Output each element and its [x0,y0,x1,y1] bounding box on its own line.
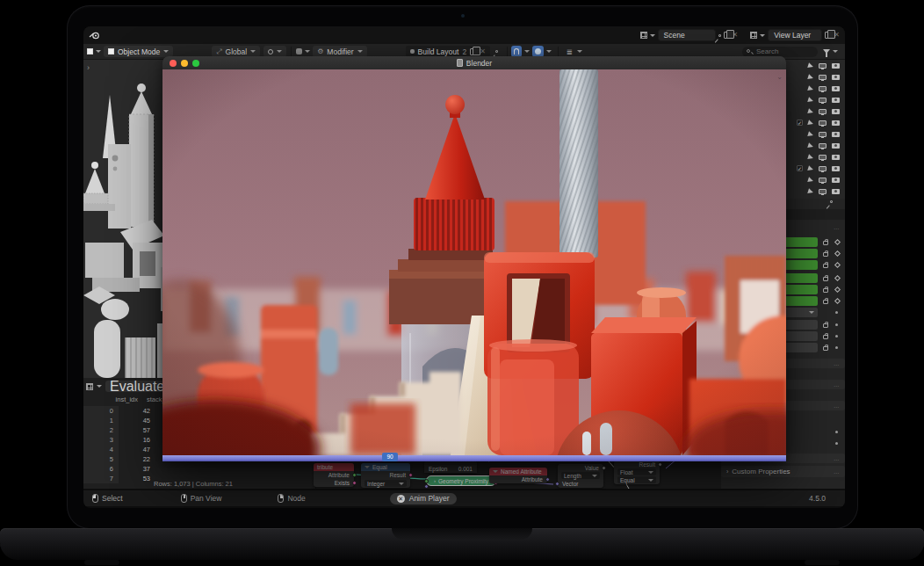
render-visibility-icon[interactable] [832,155,840,160]
collapse-icon[interactable] [365,466,370,468]
viewport-visibility-icon[interactable] [819,63,827,69]
viewport-visibility-icon[interactable] [819,178,827,183]
selectable-icon[interactable] [807,165,814,172]
render-visibility-icon[interactable] [832,63,840,69]
selectable-icon[interactable] [807,154,814,161]
workspace-tab[interactable] [254,33,270,38]
render-visibility-icon[interactable] [832,86,840,91]
animate-dot-icon[interactable] [835,335,838,337]
anim-player-window[interactable]: Blender [162,56,786,461]
image-corner-chevron-icon[interactable]: ⌄ [776,73,783,81]
animate-dot-icon[interactable] [835,442,838,445]
filter-funnel-icon[interactable] [823,49,830,54]
keyframe-diamond-icon[interactable] [834,275,841,281]
selectable-icon[interactable] [807,142,814,149]
workspace-tab[interactable] [238,33,254,38]
lock-icon[interactable] [823,241,828,245]
scene-name-field[interactable]: Scene [658,29,716,41]
workspace-tab[interactable] [191,33,206,38]
new-scene-icon[interactable] [724,32,730,39]
selectable-icon[interactable] [807,177,814,184]
render-visibility-icon[interactable] [832,166,840,171]
chevron-down-icon[interactable] [650,34,655,37]
checkbox-icon[interactable] [797,120,803,126]
lock-icon[interactable] [823,300,828,304]
lock-icon[interactable] [823,346,828,351]
copy-icon[interactable] [470,48,476,55]
render-visibility-icon[interactable] [832,98,840,103]
viewport-visibility-icon[interactable] [819,86,827,91]
chevron-down-icon[interactable] [760,34,765,37]
chevron-down-icon[interactable] [97,385,102,388]
selectable-icon[interactable] [807,108,814,115]
viewport-visibility-icon[interactable] [819,189,827,194]
node-epsilon-fragment[interactable]: Epsilon0.001 [424,461,477,473]
selectable-icon[interactable] [807,85,814,92]
zoom-traffic-light[interactable] [192,60,199,67]
node-geometry-proximity[interactable]: ›Geometry Proximity [426,475,496,486]
render-visibility-icon[interactable] [832,120,840,126]
selectable-icon[interactable] [807,188,814,195]
socket-value-out[interactable] [602,466,606,470]
render-visibility-icon[interactable] [832,132,840,137]
minimize-traffic-light[interactable] [181,60,188,67]
animate-dot-icon[interactable] [835,431,838,433]
pin-icon[interactable] [829,200,833,203]
node-attribute[interactable]: tribute Attribute Exists [314,463,354,487]
viewport-visibility-icon[interactable] [819,143,827,149]
animate-dot-icon[interactable] [835,323,838,326]
lock-icon[interactable] [823,323,828,328]
selectable-icon[interactable] [807,131,814,138]
chevron-down-icon[interactable] [833,50,838,53]
socket-vector-in[interactable] [555,482,559,486]
equal-mode-select[interactable]: Integer [365,480,407,487]
custom-properties-panel[interactable]: ›Custom Properties⋯ [721,466,845,477]
viewport-visibility-icon[interactable] [819,75,827,80]
selectable-icon[interactable] [807,62,814,69]
chevron-down-icon[interactable] [524,50,530,53]
workspace-tab[interactable] [270,33,285,38]
keyframe-diamond-icon[interactable] [834,250,841,257]
render-visibility-icon[interactable] [832,109,840,114]
anim-player-button[interactable]: ✕ Anim Player [390,493,457,504]
chevron-down-icon[interactable] [96,50,101,53]
lock-icon[interactable] [823,335,828,339]
render-visibility-icon[interactable] [832,189,840,194]
unlink-icon[interactable]: ✕ [480,48,486,55]
mode-dropdown[interactable]: Object Mode [104,46,173,57]
compare-type-select[interactable]: Float [617,468,656,475]
view-layer-field[interactable]: View Layer [768,29,822,41]
node-vector-length[interactable]: Value Length Vector [558,464,603,488]
keyframe-diamond-icon[interactable] [834,239,841,245]
workspace-tab[interactable] [206,33,222,38]
socket-result[interactable] [408,473,413,477]
lock-icon[interactable] [823,288,828,293]
node-named-attribute[interactable]: Named Attribute Attribute [489,468,547,483]
viewport-visibility-icon[interactable] [819,98,827,103]
workspace-tab[interactable] [285,33,301,38]
node-compare[interactable]: Result Float Equal [614,461,660,484]
lock-icon[interactable] [823,277,828,281]
socket-attribute[interactable] [352,473,357,477]
socket-geometry[interactable] [424,479,429,483]
workspace-tab[interactable] [301,33,317,38]
table-row[interactable]: 6 37 [83,464,316,474]
viewport-visibility-icon[interactable] [819,120,827,126]
column-header[interactable]: inst_idx [96,395,138,403]
selectable-icon[interactable] [807,97,814,104]
selectable-icon[interactable] [807,120,814,127]
collapse-icon[interactable] [493,470,498,473]
animate-dot-icon[interactable] [835,346,838,349]
keyframe-diamond-icon[interactable] [834,298,841,304]
blender-logo-icon[interactable] [89,29,101,45]
chevron-down-icon[interactable] [305,50,310,53]
filter-list-icon[interactable]: ≣ [562,47,577,56]
viewport-visibility-icon[interactable] [819,109,827,114]
window-titlebar[interactable]: Blender [162,56,786,69]
search-input[interactable] [742,47,818,57]
keyframe-diamond-icon[interactable] [834,262,841,268]
socket-source-position[interactable] [424,484,429,489]
socket-result-out[interactable] [658,462,662,467]
new-view-layer-icon[interactable] [825,32,831,39]
render-visibility-icon[interactable] [832,178,840,183]
